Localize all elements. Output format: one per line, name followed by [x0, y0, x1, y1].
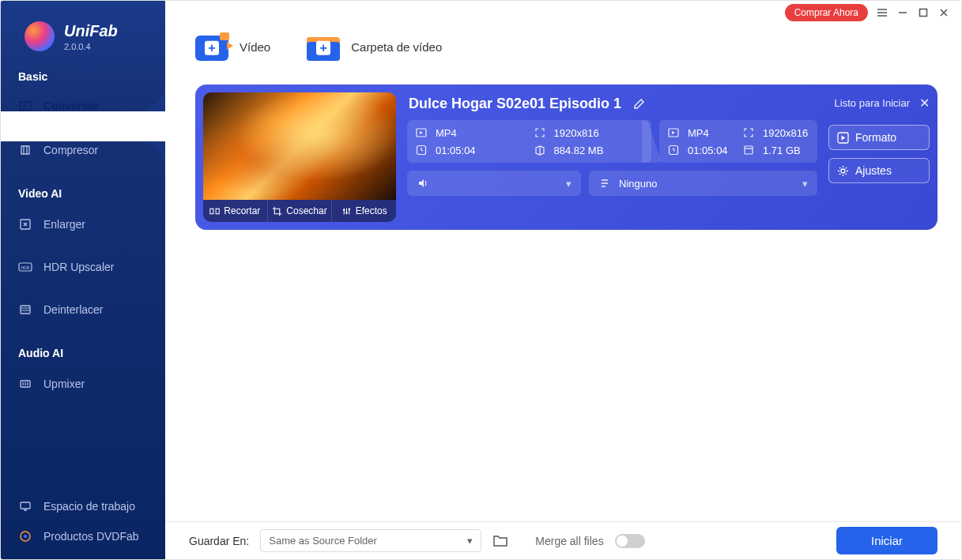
maximize-icon[interactable] — [917, 6, 930, 19]
format-button[interactable]: Formato — [828, 125, 930, 150]
svg-text:HDR: HDR — [21, 265, 30, 270]
upmixer-icon — [18, 377, 32, 391]
browse-folder-icon[interactable] — [492, 534, 508, 548]
compressor-icon — [18, 143, 32, 157]
format-icon — [415, 126, 428, 139]
main-content: + Vídeo + Carpeta de vídeo Recortar Cose… — [165, 1, 961, 521]
add-folder-label: Carpeta de vídeo — [351, 40, 442, 54]
input-meta: MP4 1920x816 01:05:04 884.82 MB — [407, 120, 651, 163]
crop-button[interactable]: Cosechar — [268, 200, 333, 222]
sidebar-section-basic: Basic — [1, 70, 165, 83]
sidebar-item-label: Deinterlacer — [43, 303, 103, 316]
bottom-bar: Guardar En: Same as Source Folder ▾ Merg… — [165, 521, 961, 559]
subtitle-icon — [598, 177, 611, 190]
out-size: 1.71 GB — [763, 145, 809, 156]
effects-button[interactable]: Efectos — [332, 200, 396, 222]
sidebar-item-label: Compresor — [43, 144, 98, 156]
speaker-icon — [417, 177, 429, 190]
task-status: Listo para Iniciar — [835, 97, 910, 109]
app-logo: UniFab 2.0.0.4 — [1, 1, 165, 51]
save-location-value: Same as Source Folder — [269, 535, 377, 547]
subtitle-select[interactable]: Ninguno ▾ — [589, 171, 817, 196]
chevron-down-icon: ▾ — [566, 178, 572, 190]
add-video-button[interactable]: + Vídeo — [195, 32, 270, 61]
merge-toggle[interactable] — [615, 534, 645, 548]
duration-icon — [667, 144, 680, 156]
deinterlacer-icon — [18, 303, 32, 317]
in-size: 884.82 MB — [554, 145, 644, 156]
menu-icon[interactable] — [876, 6, 888, 19]
sidebar-item-compresor[interactable]: Compresor — [1, 135, 165, 165]
sidebar: UniFab 2.0.0.4 Basic Conversor Compresor… — [1, 1, 165, 559]
add-source-row: + Vídeo + Carpeta de vídeo — [195, 32, 937, 61]
remove-task-icon[interactable]: ✕ — [919, 96, 930, 111]
logo-icon — [25, 21, 55, 51]
svg-rect-0 — [920, 9, 927, 17]
hdr-icon: HDR — [18, 260, 32, 274]
play-icon — [837, 132, 849, 144]
settings-button[interactable]: Ajustes — [828, 158, 930, 183]
in-format: MP4 — [436, 127, 526, 139]
sidebar-item-upmixer[interactable]: Upmixer — [1, 369, 165, 399]
window-titlebar: Comprar Ahora — [774, 1, 961, 24]
app-version: 2.0.0.4 — [64, 42, 118, 51]
format-icon — [667, 126, 680, 139]
sidebar-item-conversor[interactable]: Conversor — [1, 91, 165, 121]
svg-rect-11 — [216, 209, 219, 214]
svg-point-12 — [343, 209, 345, 210]
output-meta: MP4 1920x816 01:05:04 1.71 GB — [659, 120, 817, 163]
audio-track-select[interactable]: ▾ — [407, 171, 581, 196]
sidebar-item-label: Espacio de trabajo — [43, 500, 135, 513]
svg-point-21 — [841, 169, 845, 173]
sidebar-item-dvdfab[interactable]: Productos DVDFab — [1, 521, 165, 551]
sidebar-item-enlarger[interactable]: Enlarger — [1, 209, 165, 239]
svg-point-14 — [348, 208, 349, 209]
sidebar-item-workspace[interactable]: Espacio de trabajo — [1, 491, 165, 521]
minimize-icon[interactable] — [896, 6, 909, 19]
in-duration: 01:05:04 — [436, 145, 526, 156]
add-folder-button[interactable]: + Carpeta de vídeo — [307, 32, 442, 61]
out-resolution: 1920x816 — [763, 127, 809, 139]
start-button[interactable]: Iniciar — [836, 527, 937, 554]
enlarger-icon — [18, 217, 32, 231]
svg-point-9 — [24, 535, 27, 538]
converter-icon — [18, 99, 32, 113]
svg-rect-7 — [21, 502, 30, 509]
sidebar-section-audioai: Audio AI — [1, 347, 165, 359]
chevron-down-icon: ▾ — [467, 535, 473, 547]
video-thumbnail[interactable] — [203, 92, 396, 200]
edit-title-icon[interactable] — [632, 98, 645, 111]
svg-rect-5 — [21, 306, 30, 314]
task-title: Dulce Hogar S02e01 Episodio 1 — [409, 96, 621, 112]
app-name: UniFab — [64, 22, 118, 40]
in-resolution: 1920x816 — [554, 127, 644, 139]
workspace-icon — [18, 499, 32, 513]
gear-icon — [837, 165, 849, 177]
save-location-select[interactable]: Same as Source Folder ▾ — [260, 529, 481, 552]
trim-icon — [209, 206, 220, 216]
sidebar-item-label: HDR Upscaler — [43, 261, 114, 273]
dvdfab-icon — [18, 529, 32, 543]
save-to-label: Guardar En: — [189, 535, 249, 547]
svg-rect-19 — [745, 146, 753, 154]
size-icon — [742, 144, 755, 156]
sidebar-item-label: Productos DVDFab — [43, 530, 139, 543]
chevron-down-icon: ▾ — [802, 178, 808, 190]
duration-icon — [415, 144, 428, 156]
out-duration: 01:05:04 — [688, 145, 734, 156]
trim-button[interactable]: Recortar — [203, 200, 268, 222]
add-video-label: Vídeo — [240, 40, 270, 54]
resolution-icon — [534, 126, 546, 139]
svg-rect-10 — [210, 209, 213, 214]
subtitle-value: Ninguno — [619, 178, 657, 190]
merge-label: Merge all files — [535, 535, 603, 547]
sidebar-section-videoai: Video AI — [1, 187, 165, 200]
sidebar-item-deinterlacer[interactable]: Deinterlacer — [1, 295, 165, 325]
out-format: MP4 — [688, 127, 734, 139]
buy-now-button[interactable]: Comprar Ahora — [785, 4, 868, 21]
size-icon — [534, 144, 546, 156]
close-icon[interactable] — [937, 6, 950, 19]
crop-icon — [272, 206, 282, 216]
task-card: Recortar Cosechar Efectos Dulce Hogar S0… — [195, 85, 937, 230]
sidebar-item-hdr[interactable]: HDR HDR Upscaler — [1, 252, 165, 282]
